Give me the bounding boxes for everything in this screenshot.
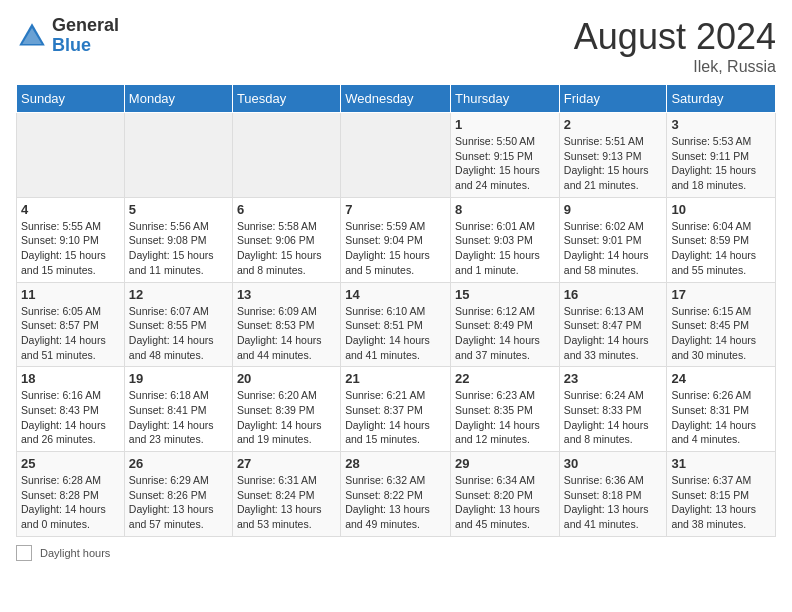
day-number: 11: [21, 287, 120, 302]
week-row-5: 25 Sunrise: 6:28 AMSunset: 8:28 PMDaylig…: [17, 452, 776, 537]
week-row-2: 4 Sunrise: 5:55 AMSunset: 9:10 PMDayligh…: [17, 197, 776, 282]
day-cell: 26 Sunrise: 6:29 AMSunset: 8:26 PMDaylig…: [124, 452, 232, 537]
day-number: 25: [21, 456, 120, 471]
day-info: Sunrise: 6:02 AMSunset: 9:01 PMDaylight:…: [564, 220, 649, 276]
logo-text: General Blue: [52, 16, 119, 56]
day-info: Sunrise: 6:18 AMSunset: 8:41 PMDaylight:…: [129, 389, 214, 445]
day-cell: 12 Sunrise: 6:07 AMSunset: 8:55 PMDaylig…: [124, 282, 232, 367]
day-number: 7: [345, 202, 446, 217]
day-cell: 23 Sunrise: 6:24 AMSunset: 8:33 PMDaylig…: [559, 367, 667, 452]
day-number: 21: [345, 371, 446, 386]
day-info: Sunrise: 5:59 AMSunset: 9:04 PMDaylight:…: [345, 220, 430, 276]
day-info: Sunrise: 6:23 AMSunset: 8:35 PMDaylight:…: [455, 389, 540, 445]
day-cell: [232, 113, 340, 198]
day-cell: 11 Sunrise: 6:05 AMSunset: 8:57 PMDaylig…: [17, 282, 125, 367]
week-row-1: 1 Sunrise: 5:50 AMSunset: 9:15 PMDayligh…: [17, 113, 776, 198]
weekday-header-tuesday: Tuesday: [232, 85, 340, 113]
day-number: 16: [564, 287, 663, 302]
day-number: 8: [455, 202, 555, 217]
day-number: 9: [564, 202, 663, 217]
day-number: 18: [21, 371, 120, 386]
day-cell: [17, 113, 125, 198]
footer-label: Daylight hours: [40, 547, 110, 559]
logo: General Blue: [16, 16, 119, 56]
day-info: Sunrise: 6:15 AMSunset: 8:45 PMDaylight:…: [671, 305, 756, 361]
day-info: Sunrise: 5:55 AMSunset: 9:10 PMDaylight:…: [21, 220, 106, 276]
day-info: Sunrise: 5:56 AMSunset: 9:08 PMDaylight:…: [129, 220, 214, 276]
day-number: 17: [671, 287, 771, 302]
day-cell: 6 Sunrise: 5:58 AMSunset: 9:06 PMDayligh…: [232, 197, 340, 282]
logo-general-text: General: [52, 16, 119, 36]
weekday-header-row: SundayMondayTuesdayWednesdayThursdayFrid…: [17, 85, 776, 113]
day-cell: 31 Sunrise: 6:37 AMSunset: 8:15 PMDaylig…: [667, 452, 776, 537]
day-cell: 14 Sunrise: 6:10 AMSunset: 8:51 PMDaylig…: [341, 282, 451, 367]
day-number: 2: [564, 117, 663, 132]
day-cell: 1 Sunrise: 5:50 AMSunset: 9:15 PMDayligh…: [451, 113, 560, 198]
day-info: Sunrise: 6:31 AMSunset: 8:24 PMDaylight:…: [237, 474, 322, 530]
day-info: Sunrise: 6:37 AMSunset: 8:15 PMDaylight:…: [671, 474, 756, 530]
day-cell: 28 Sunrise: 6:32 AMSunset: 8:22 PMDaylig…: [341, 452, 451, 537]
day-info: Sunrise: 6:28 AMSunset: 8:28 PMDaylight:…: [21, 474, 106, 530]
day-cell: 3 Sunrise: 5:53 AMSunset: 9:11 PMDayligh…: [667, 113, 776, 198]
day-number: 6: [237, 202, 336, 217]
day-number: 4: [21, 202, 120, 217]
day-number: 15: [455, 287, 555, 302]
day-info: Sunrise: 6:21 AMSunset: 8:37 PMDaylight:…: [345, 389, 430, 445]
weekday-header-wednesday: Wednesday: [341, 85, 451, 113]
day-number: 24: [671, 371, 771, 386]
day-number: 1: [455, 117, 555, 132]
day-number: 31: [671, 456, 771, 471]
day-cell: 30 Sunrise: 6:36 AMSunset: 8:18 PMDaylig…: [559, 452, 667, 537]
day-cell: 20 Sunrise: 6:20 AMSunset: 8:39 PMDaylig…: [232, 367, 340, 452]
day-cell: 19 Sunrise: 6:18 AMSunset: 8:41 PMDaylig…: [124, 367, 232, 452]
day-cell: 13 Sunrise: 6:09 AMSunset: 8:53 PMDaylig…: [232, 282, 340, 367]
day-cell: [124, 113, 232, 198]
day-cell: 17 Sunrise: 6:15 AMSunset: 8:45 PMDaylig…: [667, 282, 776, 367]
day-number: 12: [129, 287, 228, 302]
day-info: Sunrise: 6:05 AMSunset: 8:57 PMDaylight:…: [21, 305, 106, 361]
day-cell: 8 Sunrise: 6:01 AMSunset: 9:03 PMDayligh…: [451, 197, 560, 282]
day-cell: 21 Sunrise: 6:21 AMSunset: 8:37 PMDaylig…: [341, 367, 451, 452]
day-info: Sunrise: 6:34 AMSunset: 8:20 PMDaylight:…: [455, 474, 540, 530]
day-number: 20: [237, 371, 336, 386]
day-number: 19: [129, 371, 228, 386]
day-number: 26: [129, 456, 228, 471]
week-row-4: 18 Sunrise: 6:16 AMSunset: 8:43 PMDaylig…: [17, 367, 776, 452]
day-cell: 4 Sunrise: 5:55 AMSunset: 9:10 PMDayligh…: [17, 197, 125, 282]
day-cell: 24 Sunrise: 6:26 AMSunset: 8:31 PMDaylig…: [667, 367, 776, 452]
title-area: August 2024 Ilek, Russia: [574, 16, 776, 76]
day-cell: 29 Sunrise: 6:34 AMSunset: 8:20 PMDaylig…: [451, 452, 560, 537]
weekday-header-saturday: Saturday: [667, 85, 776, 113]
month-title: August 2024: [574, 16, 776, 58]
day-number: 28: [345, 456, 446, 471]
day-cell: 27 Sunrise: 6:31 AMSunset: 8:24 PMDaylig…: [232, 452, 340, 537]
day-info: Sunrise: 6:07 AMSunset: 8:55 PMDaylight:…: [129, 305, 214, 361]
day-cell: [341, 113, 451, 198]
day-cell: 2 Sunrise: 5:51 AMSunset: 9:13 PMDayligh…: [559, 113, 667, 198]
location-label: Ilek, Russia: [574, 58, 776, 76]
weekday-header-thursday: Thursday: [451, 85, 560, 113]
day-number: 22: [455, 371, 555, 386]
weekday-header-friday: Friday: [559, 85, 667, 113]
day-cell: 7 Sunrise: 5:59 AMSunset: 9:04 PMDayligh…: [341, 197, 451, 282]
day-info: Sunrise: 6:12 AMSunset: 8:49 PMDaylight:…: [455, 305, 540, 361]
day-number: 14: [345, 287, 446, 302]
day-cell: 25 Sunrise: 6:28 AMSunset: 8:28 PMDaylig…: [17, 452, 125, 537]
day-info: Sunrise: 6:36 AMSunset: 8:18 PMDaylight:…: [564, 474, 649, 530]
day-info: Sunrise: 5:50 AMSunset: 9:15 PMDaylight:…: [455, 135, 540, 191]
day-info: Sunrise: 6:20 AMSunset: 8:39 PMDaylight:…: [237, 389, 322, 445]
day-info: Sunrise: 6:26 AMSunset: 8:31 PMDaylight:…: [671, 389, 756, 445]
day-number: 30: [564, 456, 663, 471]
day-info: Sunrise: 6:04 AMSunset: 8:59 PMDaylight:…: [671, 220, 756, 276]
day-number: 10: [671, 202, 771, 217]
day-info: Sunrise: 5:51 AMSunset: 9:13 PMDaylight:…: [564, 135, 649, 191]
weekday-header-sunday: Sunday: [17, 85, 125, 113]
day-info: Sunrise: 5:58 AMSunset: 9:06 PMDaylight:…: [237, 220, 322, 276]
day-info: Sunrise: 6:32 AMSunset: 8:22 PMDaylight:…: [345, 474, 430, 530]
calendar-table: SundayMondayTuesdayWednesdayThursdayFrid…: [16, 84, 776, 537]
day-cell: 15 Sunrise: 6:12 AMSunset: 8:49 PMDaylig…: [451, 282, 560, 367]
day-info: Sunrise: 6:09 AMSunset: 8:53 PMDaylight:…: [237, 305, 322, 361]
day-number: 5: [129, 202, 228, 217]
logo-blue-text: Blue: [52, 36, 119, 56]
day-info: Sunrise: 6:24 AMSunset: 8:33 PMDaylight:…: [564, 389, 649, 445]
